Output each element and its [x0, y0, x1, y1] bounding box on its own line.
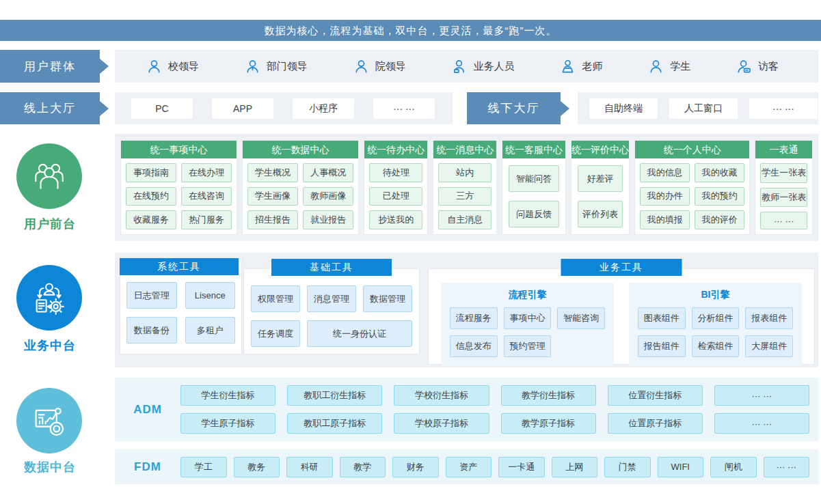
user-group-name: 老师 — [582, 60, 602, 73]
tool-chip: Lisence — [185, 282, 236, 309]
college-leader-icon — [353, 59, 369, 74]
domain-chip: 教务 — [234, 457, 280, 477]
domain-chip: 科研 — [286, 457, 333, 477]
service-chip: 我的填报 — [640, 210, 690, 229]
service-chip: 教师一张表 — [760, 188, 807, 208]
process-engine-title: 流程引擎 — [450, 289, 605, 301]
frontend-column-personal: 统一个人中心 我的信息 我的收藏 我的办件 我的预约 我的填报 我的评价 — [634, 140, 750, 235]
domain-chip: 教学 — [340, 457, 386, 477]
service-chip: 站内 — [438, 163, 492, 182]
backend-title: 业务中台 — [0, 337, 100, 354]
tool-chip: 数据管理 — [363, 285, 412, 312]
tool-chip: 多租户 — [185, 317, 236, 344]
service-chip: 已处理 — [369, 187, 422, 206]
business-workflow-icon — [30, 279, 68, 317]
frontend-column-evaluation: 统一评价中心 好差评 评价列表 — [571, 140, 630, 235]
teacher-icon — [560, 59, 576, 74]
offline-channel-box: 人工窗口 — [669, 98, 738, 119]
basic-tools-tab: 基础工具 — [271, 259, 392, 276]
domain-chip: 闸机 — [710, 457, 757, 477]
indicator-chip: 教学衍生指标 — [501, 385, 596, 406]
tool-chip: 数据备份 — [126, 317, 177, 344]
service-chip: 在线预约 — [126, 187, 176, 206]
online-hall-label: 线上大厅 — [0, 92, 100, 124]
tool-chip: 图表组件 — [638, 307, 686, 329]
frontend-column-onetable: 一表通 学生一张表 教师一张表 ··· ··· — [755, 140, 813, 235]
indicator-chip: 教职工原子指标 — [287, 413, 382, 434]
column-header: 统一消息中心 — [433, 141, 496, 158]
tool-chip: 预约管理 — [504, 335, 552, 357]
service-chip: 招生报告 — [247, 210, 298, 229]
frontend-column-message: 统一消息中心 站内 三方 自主消息 — [433, 140, 497, 235]
user-groups-label: 用户群体 — [0, 50, 100, 83]
service-chip: 评价列表 — [578, 201, 623, 227]
adm-label: ADM — [115, 403, 180, 417]
school-leader-icon — [146, 59, 162, 74]
student-icon — [648, 59, 664, 74]
service-chip: 人事概况 — [303, 163, 353, 182]
domain-chip: 财务 — [392, 457, 439, 477]
column-header: 统一个人中心 — [635, 141, 749, 158]
service-chip: 待处理 — [369, 163, 422, 182]
service-chip: 就业报告 — [303, 210, 353, 229]
staff-icon — [451, 59, 467, 74]
user-group-item: 院领导 — [353, 59, 406, 74]
data-badge — [16, 388, 82, 453]
user-group-item: 业务人员 — [451, 59, 514, 74]
domain-chip: 资产 — [446, 457, 492, 477]
frontend-badge — [16, 143, 82, 209]
user-group-item: 老师 — [560, 59, 602, 74]
process-engine-card: 流程引擎 流程服务 事项中心 智能咨询 信息发布 预约管理 — [441, 283, 614, 366]
service-chip: 我的预约 — [695, 187, 744, 206]
service-chip: 学生一张表 — [760, 163, 807, 183]
tool-chip: 任务调度 — [251, 320, 300, 347]
indicator-chip: 教职工衍生指标 — [287, 385, 382, 406]
column-header: 统一事项中心 — [121, 141, 237, 158]
data-title: 数据中台 — [0, 459, 100, 475]
business-tools-tab: 业务工具 — [561, 259, 682, 276]
tool-chip: 检索组件 — [692, 335, 740, 357]
offline-hall-row: 自助终端 人工窗口 ··· ··· — [578, 92, 818, 124]
frontend-column-matters: 统一事项中心 事项指南 在线办理 在线预约 在线咨询 收藏服务 热门服务 — [120, 140, 237, 235]
service-chip: 三方 — [438, 187, 492, 206]
column-header: 统一客服中心 — [502, 141, 565, 158]
indicator-chip: 学校原子指标 — [394, 413, 489, 434]
domain-chip: 上网 — [552, 457, 598, 477]
service-chip: 在线办理 — [181, 163, 232, 182]
service-chip: 我的办件 — [640, 187, 690, 206]
users-group-icon — [31, 158, 68, 195]
dashboard-chart-icon — [30, 402, 68, 440]
service-chip: 我的收藏 — [695, 163, 744, 182]
tool-chip: 权限管理 — [251, 285, 300, 312]
user-group-name: 访客 — [758, 60, 779, 73]
tool-chip: 消息管理 — [307, 285, 356, 312]
service-chip: 学生概况 — [247, 163, 298, 182]
column-header: 统一数据中心 — [243, 141, 358, 158]
bi-engine-title: BI引擎 — [638, 289, 793, 301]
fdm-panel: FDM 学工 教务 科研 教学 财务 资产 一卡通 上网 门禁 WIFI 闸机 … — [115, 449, 818, 484]
system-tools-panel: 系统工具 日志管理 Lisence 数据备份 多租户 — [120, 258, 242, 354]
user-group-item: 访客 — [736, 59, 779, 74]
service-chip: 问题反馈 — [509, 201, 558, 227]
tool-chip: 分析组件 — [692, 307, 740, 329]
service-chip: 收藏服务 — [126, 210, 176, 229]
tool-chip: 报告组件 — [638, 335, 686, 357]
indicator-chip: 学生衍生指标 — [180, 385, 275, 406]
service-chip: 教师画像 — [303, 187, 353, 206]
service-chip: 抄送我的 — [369, 210, 422, 229]
architecture-diagram: 数据为核心，流程为基础，双中台，更灵活，最多“跑”一次。 用户群体 校领导 部门… — [0, 0, 821, 504]
domain-chip: 一卡通 — [498, 457, 545, 477]
slogan-banner: 数据为核心，流程为基础，双中台，更灵活，最多“跑”一次。 — [0, 20, 821, 41]
basic-tools-panel: 基础工具 权限管理 消息管理 数据管理 任务调度 统一身份认证 — [243, 268, 420, 354]
tool-chip: 报表组件 — [745, 307, 793, 329]
offline-channel-more: ··· ··· — [749, 98, 818, 119]
tool-chip: 信息发布 — [450, 335, 498, 357]
column-header: 一表通 — [755, 141, 812, 158]
frontend-band: 统一事项中心 事项指南 在线办理 在线预约 在线咨询 收藏服务 热门服务 统一数… — [115, 134, 818, 241]
indicator-chip: 位置原子指标 — [608, 413, 703, 434]
indicator-chip-more: ··· ··· — [714, 385, 809, 406]
tool-chip: 流程服务 — [450, 307, 498, 329]
offline-hall-label: 线下大厅 — [467, 92, 561, 124]
bi-engine-card: BI引擎 图表组件 分析组件 报表组件 报告组件 检索组件 大屏组件 — [629, 283, 802, 366]
user-group-name: 学生 — [670, 60, 690, 73]
